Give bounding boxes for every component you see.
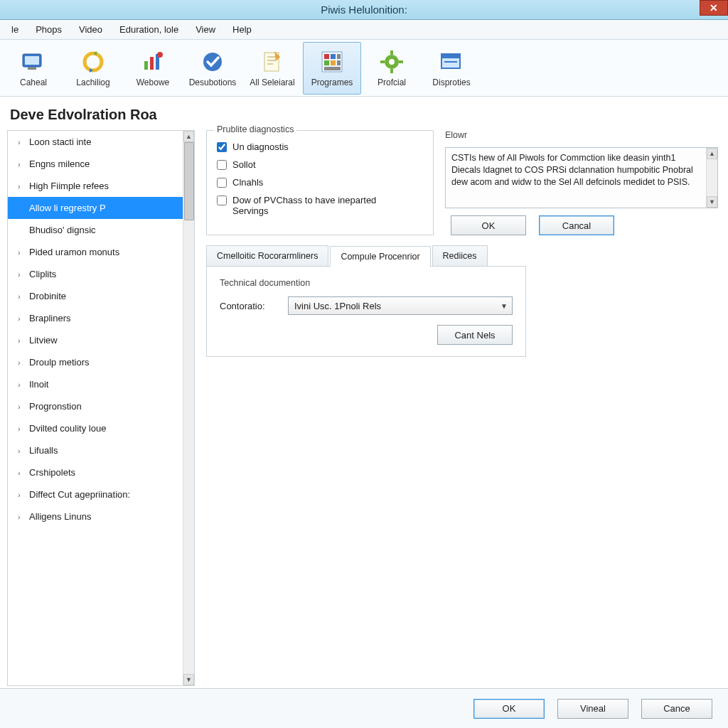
chevron-right-icon: › xyxy=(18,424,25,433)
chevron-right-icon: › xyxy=(18,248,25,257)
diagnostic-label: Clnahls xyxy=(232,177,263,188)
info-cancel-button[interactable]: Cancal xyxy=(539,215,614,235)
menu-item[interactable]: Phops xyxy=(27,21,70,38)
sidebar-item[interactable]: ›Drobinite xyxy=(8,285,183,307)
sidebar-item-label: Cliplits xyxy=(29,269,56,279)
scroll-down-icon[interactable]: ▼ xyxy=(707,196,717,208)
svg-rect-11 xyxy=(324,54,329,59)
svg-rect-13 xyxy=(324,60,329,65)
info-ok-button[interactable]: OK xyxy=(451,215,526,235)
chart-icon xyxy=(140,49,166,75)
sidebar-item-label: Crshipolets xyxy=(29,467,75,478)
sidebar-item-label: Dvilted coulity loue xyxy=(29,423,106,434)
svg-rect-26 xyxy=(444,61,457,63)
tab-rediices[interactable]: Rediices xyxy=(432,245,488,266)
menu-item[interactable]: le xyxy=(3,21,27,38)
scroll-down-icon[interactable]: ▼ xyxy=(183,674,194,685)
diagnostics-group: Prublite diagnostics Un diagnostisSollot… xyxy=(206,130,434,235)
diagnostic-label: Dow of PVChass to have ineparted Serving… xyxy=(232,195,403,216)
sidebar-item[interactable]: ›Dvilted coulity loue xyxy=(8,417,183,439)
diagnostics-legend: Prublite diagnostics xyxy=(214,124,296,134)
sidebar-item[interactable]: ›Pided uramon monuts xyxy=(8,241,183,263)
info-textbox[interactable]: CSTIs hew of All Piwols for Commction li… xyxy=(445,147,718,208)
toolbar-webowe[interactable]: Webowe xyxy=(124,42,182,95)
footer-cancel-button[interactable]: Cance xyxy=(641,699,712,719)
toolbar-programes[interactable]: Programes xyxy=(303,42,361,95)
cant-nels-button[interactable]: Cant Nels xyxy=(437,325,513,345)
tab-cmelloitic[interactable]: Cmelloitic Rocorarmliners xyxy=(206,245,328,266)
toolbar: Caheal Lachiliog Webowe Desubotions All … xyxy=(0,40,728,97)
sidebar-item[interactable]: Allow li regrestry P xyxy=(8,197,183,219)
sidebar-item[interactable]: ›Alligens Linuns xyxy=(8,505,183,528)
svg-rect-17 xyxy=(324,67,341,70)
sidebar-item[interactable]: ›Engns milence xyxy=(8,153,183,175)
svg-rect-4 xyxy=(144,61,148,70)
toolbar-all-seleiaral[interactable]: All Seleiaral xyxy=(243,42,301,95)
sidebar-item-label: Pided uramon monuts xyxy=(29,247,119,257)
sidebar-item[interactable]: ›Droulp metiors xyxy=(8,351,183,373)
textbox-scrollbar[interactable]: ▲ ▼ xyxy=(706,148,717,208)
sidebar-item-label: Bhudiso' dignsic xyxy=(29,225,96,235)
toolbar-disproties[interactable]: Disproties xyxy=(422,42,481,95)
tab-compule[interactable]: Compule Procenrior xyxy=(330,246,430,267)
diagnostic-checkbox[interactable] xyxy=(217,160,227,170)
sidebar-item[interactable]: ›Diffect Cut agepriination: xyxy=(8,483,183,505)
chevron-right-icon: › xyxy=(18,469,25,477)
diagnostic-checkbox[interactable] xyxy=(217,178,227,188)
footer-vineal-button[interactable]: Vineal xyxy=(557,699,628,719)
sidebar-item-label: Droulp metiors xyxy=(29,357,90,368)
sidebar-item[interactable]: ›Crshipolets xyxy=(8,461,183,483)
scroll-thumb[interactable] xyxy=(184,142,194,220)
chevron-right-icon: › xyxy=(18,182,25,191)
scroll-up-icon[interactable]: ▲ xyxy=(183,131,194,142)
chevron-right-icon: › xyxy=(18,491,25,499)
sidebar-item-label: Diffect Cut agepriination: xyxy=(29,489,130,500)
menu-item[interactable]: Video xyxy=(70,21,111,38)
sidebar-item[interactable]: ›Loon stacti inte xyxy=(8,131,183,153)
sidebar-item[interactable]: ›High Fiimple refees xyxy=(8,175,183,197)
toolbar-label: Disproties xyxy=(432,77,470,87)
sidebar-item[interactable]: ›Progronstion xyxy=(8,395,183,417)
toolbar-profcial[interactable]: Profcial xyxy=(363,42,421,95)
sidebar-item[interactable]: ›Lifualls xyxy=(8,439,183,461)
info-label: Elowr xyxy=(445,130,718,140)
contoratio-label: Contoratio: xyxy=(220,301,278,311)
diagnostic-label: Sollot xyxy=(232,159,256,170)
footer-ok-button[interactable]: OK xyxy=(473,699,545,719)
close-button[interactable]: ✕ xyxy=(700,0,728,16)
sidebar-item-label: Litview xyxy=(29,335,58,346)
sidebar-item[interactable]: Bhudiso' dignsic xyxy=(8,219,183,241)
toolbar-caheal[interactable]: Caheal xyxy=(4,42,63,95)
contoratio-combo[interactable]: Ivini Usc. 1Pnoli Rels ▼ xyxy=(288,296,513,315)
svg-rect-14 xyxy=(331,60,336,65)
toolbar-lachiliog[interactable]: Lachiliog xyxy=(64,42,122,95)
chevron-right-icon: › xyxy=(18,402,25,411)
grid-icon xyxy=(319,49,345,75)
tech-doc-legend: Technical documention xyxy=(220,278,513,288)
scroll-up-icon[interactable]: ▲ xyxy=(707,148,717,159)
sidebar-item-label: Engns milence xyxy=(29,159,90,169)
menu-item[interactable]: View xyxy=(187,21,224,38)
sidebar-item[interactable]: ›Ilnoit xyxy=(8,373,183,395)
menu-item[interactable]: Eduration, lole xyxy=(111,21,187,38)
toolbar-label: Desubotions xyxy=(189,77,237,87)
gear-icon xyxy=(379,49,405,75)
diagnostic-label: Un diagnostis xyxy=(232,141,289,152)
sidebar-item-label: Progronstion xyxy=(29,401,82,412)
sidebar-scrollbar[interactable]: ▲ ▼ xyxy=(183,131,194,685)
svg-point-8 xyxy=(203,53,222,71)
combo-value: Ivini Usc. 1Pnoli Rels xyxy=(294,301,381,311)
sidebar-item[interactable]: ›Litview xyxy=(8,329,183,351)
diagnostic-checkbox[interactable] xyxy=(217,142,227,152)
check-icon xyxy=(200,49,225,75)
svg-rect-25 xyxy=(441,54,460,58)
menu-item[interactable]: Help xyxy=(224,21,260,38)
diagnostic-checkbox[interactable] xyxy=(217,196,227,205)
sidebar-item-label: Drobinite xyxy=(29,291,66,301)
sidebar-item[interactable]: ›Brapliners xyxy=(8,307,183,329)
sidebar-item[interactable]: ›Cliplits xyxy=(8,263,183,285)
chevron-right-icon: › xyxy=(18,358,25,367)
toolbar-desubotions[interactable]: Desubotions xyxy=(183,42,242,95)
sidebar-item-label: High Fiimple refees xyxy=(29,181,109,191)
toolbar-label: All Seleiaral xyxy=(250,77,294,87)
